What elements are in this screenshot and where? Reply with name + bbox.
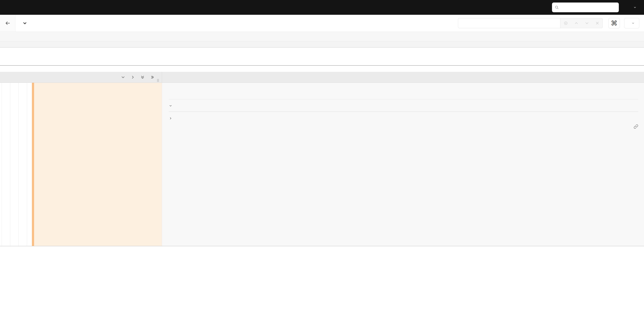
process-row[interactable]: [169, 115, 638, 122]
copy-link-icon[interactable]: [634, 124, 638, 129]
trace-summary-bar: [0, 32, 644, 41]
chevron-right-icon: [169, 116, 172, 120]
trace-minimap[interactable]: [0, 47, 644, 66]
back-button[interactable]: [0, 15, 16, 32]
span-color-stripe: [32, 83, 34, 246]
minimap-time-labels: [0, 41, 644, 47]
timeline-header-row: [0, 72, 644, 83]
search-icon: [555, 5, 559, 10]
collapse-all-icon[interactable]: [140, 75, 145, 80]
service-operation-header: [0, 72, 162, 82]
column-resizer-handle[interactable]: [157, 79, 159, 82]
span-detail-indent: [0, 83, 162, 246]
trace-id-search[interactable]: [552, 2, 619, 12]
find-input[interactable]: [458, 18, 560, 28]
expand-all-icon[interactable]: [150, 75, 155, 80]
jaeger-trace-page: ⌘: [0, 0, 644, 327]
timeline-tick-header: [162, 72, 644, 82]
collapse-trace-chevron-icon[interactable]: [22, 20, 28, 26]
clear-find-button[interactable]: [595, 21, 600, 26]
arrow-left-icon: [5, 20, 11, 26]
keyboard-shortcuts-button[interactable]: ⌘: [608, 18, 620, 28]
focus-match-button[interactable]: [563, 21, 568, 26]
find-suffix-controls: [560, 18, 603, 28]
chevron-down-icon: [169, 104, 172, 108]
expand-one-icon[interactable]: [130, 75, 135, 80]
trace-id-search-input[interactable]: [561, 5, 616, 10]
top-nav: [0, 0, 644, 15]
find-group: [458, 18, 603, 28]
divider: [169, 99, 638, 100]
span-id-row: [169, 124, 638, 129]
span-detail-row: [0, 83, 644, 246]
about-jaeger-menu[interactable]: [631, 6, 636, 9]
chevron-down-icon: [633, 6, 636, 9]
prev-match-button[interactable]: [574, 21, 579, 26]
chevron-down-icon: [632, 22, 635, 25]
span-detail-panel: [162, 83, 644, 246]
tags-table: [169, 112, 638, 112]
trace-page-header: ⌘: [0, 15, 644, 32]
span-detail-fill: [34, 83, 162, 246]
span-rows: [0, 83, 644, 327]
next-match-button[interactable]: [584, 21, 590, 26]
trace-view-selector[interactable]: [624, 18, 639, 28]
trace-title: [30, 20, 32, 27]
tags-accordion-header[interactable]: [169, 103, 638, 109]
collapse-one-icon[interactable]: [120, 75, 126, 80]
